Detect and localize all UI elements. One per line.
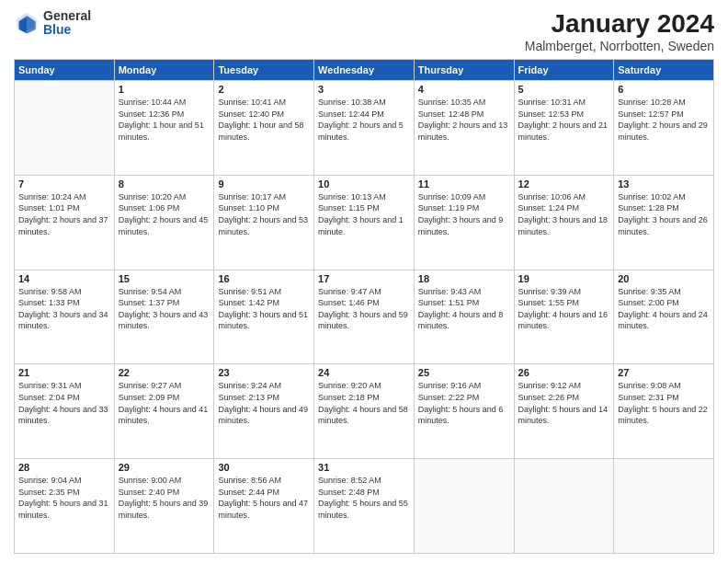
cell-w1-d3: 3Sunrise: 10:38 AM Sunset: 12:44 PM Dayl… bbox=[314, 81, 415, 176]
day-number-30: 30 bbox=[218, 462, 310, 473]
week-row-3: 14Sunrise: 9:58 AM Sunset: 1:33 PM Dayli… bbox=[15, 270, 714, 364]
day-number-7: 7 bbox=[18, 178, 110, 190]
th-tuesday: Tuesday bbox=[214, 60, 314, 81]
day-info-31: Sunrise: 8:52 AM Sunset: 2:48 PM Dayligh… bbox=[318, 475, 410, 521]
day-number-1: 1 bbox=[119, 84, 210, 95]
cell-w1-d4: 4Sunrise: 10:35 AM Sunset: 12:48 PM Dayl… bbox=[414, 81, 514, 176]
day-info-9: Sunrise: 10:17 AM Sunset: 1:10 PM Daylig… bbox=[218, 191, 310, 237]
cell-w5-d1: 29Sunrise: 9:00 AM Sunset: 2:40 PM Dayli… bbox=[114, 459, 214, 554]
cell-w5-d3: 31Sunrise: 8:52 AM Sunset: 2:48 PM Dayli… bbox=[314, 459, 415, 554]
day-info-14: Sunrise: 9:58 AM Sunset: 1:33 PM Dayligh… bbox=[18, 286, 110, 332]
cell-w3-d4: 18Sunrise: 9:43 AM Sunset: 1:51 PM Dayli… bbox=[414, 270, 514, 364]
day-info-16: Sunrise: 9:51 AM Sunset: 1:42 PM Dayligh… bbox=[218, 286, 310, 332]
day-number-14: 14 bbox=[18, 273, 110, 284]
day-info-30: Sunrise: 8:56 AM Sunset: 2:44 PM Dayligh… bbox=[218, 475, 310, 521]
day-number-9: 9 bbox=[218, 178, 310, 190]
day-info-7: Sunrise: 10:24 AM Sunset: 1:01 PM Daylig… bbox=[18, 191, 110, 237]
cell-w5-d0: 28Sunrise: 9:04 AM Sunset: 2:35 PM Dayli… bbox=[15, 459, 115, 554]
cell-w2-d0: 7Sunrise: 10:24 AM Sunset: 1:01 PM Dayli… bbox=[15, 175, 115, 270]
cell-w3-d2: 16Sunrise: 9:51 AM Sunset: 1:42 PM Dayli… bbox=[214, 270, 314, 364]
cell-w5-d2: 30Sunrise: 8:56 AM Sunset: 2:44 PM Dayli… bbox=[214, 459, 314, 554]
th-monday: Monday bbox=[114, 60, 214, 81]
logo-blue-text: Blue bbox=[43, 23, 91, 37]
day-number-19: 19 bbox=[518, 273, 610, 284]
day-number-22: 22 bbox=[119, 367, 210, 378]
cell-w3-d6: 20Sunrise: 9:35 AM Sunset: 2:00 PM Dayli… bbox=[614, 270, 714, 364]
cell-w2-d4: 11Sunrise: 10:09 AM Sunset: 1:19 PM Dayl… bbox=[414, 175, 514, 270]
cell-w1-d0 bbox=[15, 81, 115, 176]
cell-w4-d0: 21Sunrise: 9:31 AM Sunset: 2:04 PM Dayli… bbox=[15, 364, 115, 459]
cell-w1-d1: 1Sunrise: 10:44 AM Sunset: 12:36 PM Dayl… bbox=[114, 81, 214, 176]
week-row-4: 21Sunrise: 9:31 AM Sunset: 2:04 PM Dayli… bbox=[15, 364, 714, 459]
day-number-12: 12 bbox=[518, 178, 610, 190]
week-row-2: 7Sunrise: 10:24 AM Sunset: 1:01 PM Dayli… bbox=[15, 175, 714, 270]
cell-w4-d6: 27Sunrise: 9:08 AM Sunset: 2:31 PM Dayli… bbox=[614, 364, 714, 459]
day-number-23: 23 bbox=[218, 367, 310, 378]
day-number-6: 6 bbox=[618, 84, 710, 95]
day-info-2: Sunrise: 10:41 AM Sunset: 12:40 PM Dayli… bbox=[218, 97, 310, 143]
header: General Blue January 2024 Malmberget, No… bbox=[14, 9, 714, 53]
day-info-22: Sunrise: 9:27 AM Sunset: 2:09 PM Dayligh… bbox=[119, 380, 210, 426]
cell-w1-d2: 2Sunrise: 10:41 AM Sunset: 12:40 PM Dayl… bbox=[214, 81, 314, 176]
day-info-3: Sunrise: 10:38 AM Sunset: 12:44 PM Dayli… bbox=[318, 97, 410, 143]
title-block: January 2024 Malmberget, Norrbotten, Swe… bbox=[525, 9, 714, 53]
day-number-15: 15 bbox=[119, 273, 210, 284]
day-info-6: Sunrise: 10:28 AM Sunset: 12:57 PM Dayli… bbox=[618, 97, 710, 143]
logo-icon bbox=[14, 10, 40, 36]
logo-text: General Blue bbox=[43, 9, 91, 38]
day-info-8: Sunrise: 10:20 AM Sunset: 1:06 PM Daylig… bbox=[119, 191, 210, 237]
day-number-24: 24 bbox=[318, 367, 410, 378]
day-info-27: Sunrise: 9:08 AM Sunset: 2:31 PM Dayligh… bbox=[618, 380, 710, 426]
title-month: January 2024 bbox=[525, 9, 714, 39]
logo-general-text: General bbox=[43, 9, 91, 23]
cell-w2-d1: 8Sunrise: 10:20 AM Sunset: 1:06 PM Dayli… bbox=[114, 175, 214, 270]
day-info-23: Sunrise: 9:24 AM Sunset: 2:13 PM Dayligh… bbox=[218, 380, 310, 426]
week-row-5: 28Sunrise: 9:04 AM Sunset: 2:35 PM Dayli… bbox=[15, 459, 714, 554]
th-wednesday: Wednesday bbox=[314, 60, 415, 81]
day-info-21: Sunrise: 9:31 AM Sunset: 2:04 PM Dayligh… bbox=[18, 380, 110, 426]
day-info-25: Sunrise: 9:16 AM Sunset: 2:22 PM Dayligh… bbox=[418, 380, 510, 426]
day-number-20: 20 bbox=[618, 273, 710, 284]
day-number-8: 8 bbox=[119, 178, 210, 190]
day-info-1: Sunrise: 10:44 AM Sunset: 12:36 PM Dayli… bbox=[119, 97, 210, 143]
cell-w5-d4 bbox=[414, 459, 514, 554]
day-info-19: Sunrise: 9:39 AM Sunset: 1:55 PM Dayligh… bbox=[518, 286, 610, 332]
day-number-25: 25 bbox=[418, 367, 510, 378]
day-number-16: 16 bbox=[218, 273, 310, 284]
th-sunday: Sunday bbox=[15, 60, 115, 81]
cell-w4-d3: 24Sunrise: 9:20 AM Sunset: 2:18 PM Dayli… bbox=[314, 364, 415, 459]
day-number-28: 28 bbox=[18, 462, 110, 473]
day-number-4: 4 bbox=[418, 84, 510, 95]
day-number-10: 10 bbox=[318, 178, 410, 190]
cell-w2-d6: 13Sunrise: 10:02 AM Sunset: 1:28 PM Dayl… bbox=[614, 175, 714, 270]
day-info-17: Sunrise: 9:47 AM Sunset: 1:46 PM Dayligh… bbox=[318, 286, 410, 332]
day-number-13: 13 bbox=[618, 178, 710, 190]
day-info-15: Sunrise: 9:54 AM Sunset: 1:37 PM Dayligh… bbox=[119, 286, 210, 332]
day-info-10: Sunrise: 10:13 AM Sunset: 1:15 PM Daylig… bbox=[318, 191, 410, 237]
day-info-13: Sunrise: 10:02 AM Sunset: 1:28 PM Daylig… bbox=[618, 191, 710, 237]
th-saturday: Saturday bbox=[614, 60, 714, 81]
cell-w3-d5: 19Sunrise: 9:39 AM Sunset: 1:55 PM Dayli… bbox=[514, 270, 614, 364]
day-number-21: 21 bbox=[18, 367, 110, 378]
cell-w5-d5 bbox=[514, 459, 614, 554]
cell-w1-d5: 5Sunrise: 10:31 AM Sunset: 12:53 PM Dayl… bbox=[514, 81, 614, 176]
day-info-26: Sunrise: 9:12 AM Sunset: 2:26 PM Dayligh… bbox=[518, 380, 610, 426]
cell-w4-d5: 26Sunrise: 9:12 AM Sunset: 2:26 PM Dayli… bbox=[514, 364, 614, 459]
day-number-18: 18 bbox=[418, 273, 510, 284]
day-info-4: Sunrise: 10:35 AM Sunset: 12:48 PM Dayli… bbox=[418, 97, 510, 143]
cell-w2-d3: 10Sunrise: 10:13 AM Sunset: 1:15 PM Dayl… bbox=[314, 175, 415, 270]
day-info-20: Sunrise: 9:35 AM Sunset: 2:00 PM Dayligh… bbox=[618, 286, 710, 332]
weekday-header-row: Sunday Monday Tuesday Wednesday Thursday… bbox=[15, 60, 714, 81]
day-info-29: Sunrise: 9:00 AM Sunset: 2:40 PM Dayligh… bbox=[119, 475, 210, 521]
day-number-29: 29 bbox=[119, 462, 210, 473]
cell-w4-d4: 25Sunrise: 9:16 AM Sunset: 2:22 PM Dayli… bbox=[414, 364, 514, 459]
calendar-table: Sunday Monday Tuesday Wednesday Thursday… bbox=[14, 59, 714, 554]
cell-w3-d3: 17Sunrise: 9:47 AM Sunset: 1:46 PM Dayli… bbox=[314, 270, 415, 364]
page: General Blue January 2024 Malmberget, No… bbox=[0, 0, 728, 563]
day-number-27: 27 bbox=[618, 367, 710, 378]
day-number-17: 17 bbox=[318, 273, 410, 284]
day-info-11: Sunrise: 10:09 AM Sunset: 1:19 PM Daylig… bbox=[418, 191, 510, 237]
cell-w3-d0: 14Sunrise: 9:58 AM Sunset: 1:33 PM Dayli… bbox=[15, 270, 115, 364]
th-thursday: Thursday bbox=[414, 60, 514, 81]
day-number-11: 11 bbox=[418, 178, 510, 190]
